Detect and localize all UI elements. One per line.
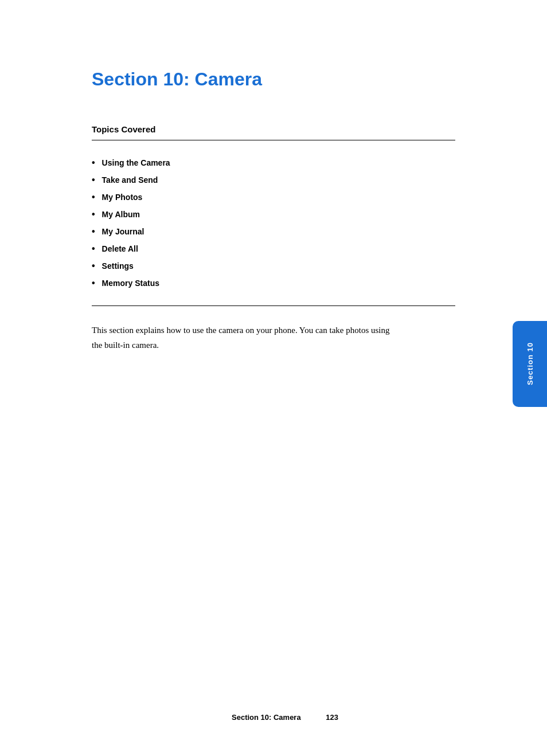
footer-text: Section 10: Camera 123 — [209, 713, 338, 722]
list-item: My Album — [92, 206, 455, 223]
bottom-divider — [92, 305, 455, 306]
topics-section: Topics Covered Using the Camera Take and… — [92, 124, 455, 306]
description-text: This section explains how to use the cam… — [92, 323, 390, 352]
list-item: My Photos — [92, 189, 455, 206]
page-container: Section 10: Camera Topics Covered Using … — [0, 0, 547, 756]
side-tab: Section 10 — [513, 321, 547, 407]
list-item: Using the Camera — [92, 154, 455, 171]
topics-list: Using the Camera Take and Send My Photos… — [92, 154, 455, 292]
side-tab-label: Section 10 — [526, 342, 534, 385]
list-item: Take and Send — [92, 171, 455, 189]
top-divider — [92, 140, 455, 140]
footer-section-label: Section 10: Camera — [232, 713, 301, 722]
list-item: Memory Status — [92, 275, 455, 292]
list-item: Settings — [92, 257, 455, 275]
topics-covered-label: Topics Covered — [92, 124, 455, 134]
list-item: Delete All — [92, 240, 455, 257]
section-title: Section 10: Camera — [92, 69, 455, 90]
footer-page-number: 123 — [326, 713, 338, 722]
footer: Section 10: Camera 123 — [0, 713, 547, 722]
list-item: My Journal — [92, 223, 455, 240]
